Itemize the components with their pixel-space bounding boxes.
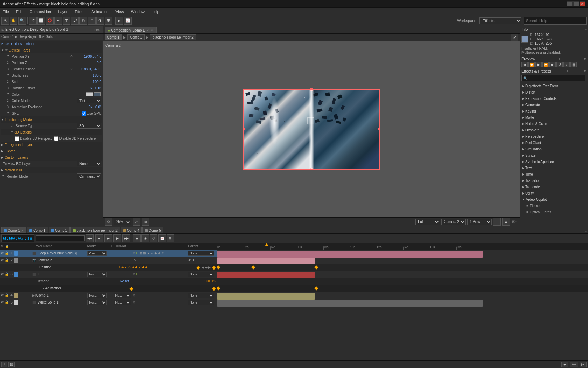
effect-cat-obsolete[interactable]: ▶ Obsolete [521,127,587,133]
tl-layer-controls[interactable]: ⊞ [167,234,174,242]
stopwatch-cm-icon[interactable]: ⏱ [6,99,9,102]
menu-file[interactable]: File [1,9,10,14]
effect-cat-noise[interactable]: ▶ Noise & Grain [521,121,587,127]
comp-tab-menu[interactable]: ▼ [150,29,154,32]
toolbar-graph[interactable]: 📈 [124,17,132,25]
timeline-tab-comp4[interactable]: Comp 4 [121,227,142,233]
effect-cat-redgiant[interactable]: ▶ Red Giant [521,139,587,146]
param-ae-value[interactable]: 0x +0.0° [74,105,102,109]
layer-row-5[interactable]: 👁 🔒 5 ⬛ [White Solid 1] Nor... Normal [0,299,217,306]
menu-view[interactable]: View [114,9,125,14]
menu-composition[interactable]: Composition [28,9,52,14]
toolbar-roto[interactable]: ◑ [96,17,104,25]
timeline-menu-icon[interactable]: ≡ [585,230,587,233]
toolbar-puppet[interactable]: ⚉ [105,17,112,25]
menu-window[interactable]: Window [130,9,146,14]
flicker-section[interactable]: ▶ Flicker [1,148,102,154]
handle-right[interactable] [378,128,380,130]
tl-prev-frame[interactable]: ◀ [95,234,103,242]
optical-flares-header[interactable]: Reset Options... About... [1,41,102,47]
layer-1-parent-select[interactable]: None [188,251,214,256]
preview-menu-icon[interactable]: ≡ [559,57,560,61]
toolbar-pen[interactable]: ✒ [54,17,62,25]
param-value[interactable]: 1936.0, 4.0 [74,55,102,59]
kf-nav[interactable]: ◀ ◆ ▶ [202,266,211,269]
kf-anim-2[interactable] [314,286,318,290]
layer-row-1[interactable]: 👁 🔒 1 ⬛ [Deep Royal Blue Solid 3] Ove...… [0,250,217,257]
time-range-zoom[interactable]: ⟺ [570,362,578,367]
zoom-select[interactable]: 25% 50% 100% [114,219,131,225]
effects-menu-icon[interactable]: ≡ [566,69,568,73]
ec-about-btn[interactable]: About... [26,42,37,46]
preview-close-icon[interactable]: ✕ [584,57,587,61]
timeline-tab-comp1-2[interactable]: Comp 1 [27,227,48,233]
view-layout-select[interactable]: 1 View 2 Views 4 Views [467,219,492,225]
preview-last-frame[interactable]: ⏭ [550,62,556,67]
toolbar-hand[interactable]: ✋ [10,17,18,25]
layer-row-4[interactable]: 👁 🔒 4 ▶ [Comp 1] Nor... Normal [0,292,217,299]
layer-1-lock[interactable]: 🔒 [5,251,9,255]
effect-cat-generate[interactable]: ▶ Generate [521,102,587,108]
timeline-tab-comp1-1[interactable]: Comp 1 ✕ [1,227,26,233]
tl-graph-editor[interactable]: 📈 [158,234,166,242]
layer-switches-btn[interactable]: ⊞ [8,362,15,367]
disable-3d-checkbox2[interactable] [54,136,58,141]
layer-3-mode[interactable]: Nor... Normal [88,272,107,277]
effect-cat-expression[interactable]: ▶ Expression Controls [521,95,587,102]
layer-2-eye[interactable]: 👁 [1,258,4,262]
toolbar-rect[interactable]: ⬜ [37,17,45,25]
layer-1-eye[interactable]: 👁 [1,251,4,255]
custom-layers-section[interactable]: ▶ Custom Layers [1,154,102,161]
effect-sub-element[interactable]: ■ Element [521,203,587,209]
menu-edit[interactable]: Edit [15,9,24,14]
preview-audio[interactable]: ♪ [564,62,570,67]
layer-5-eye[interactable]: 👁 [1,300,4,304]
kf-pos-3[interactable] [314,265,318,269]
effect-cat-text[interactable]: ▶ Text [521,165,587,171]
tl-solo-mode[interactable]: ◈ [133,234,141,242]
close-button[interactable]: ✕ [580,1,585,6]
stopwatch-r-icon[interactable]: ⏱ [6,86,9,90]
toolbar-text[interactable]: T [63,17,70,25]
kf-pos-2[interactable] [251,265,255,269]
render-mode-select[interactable]: On Transparent On Black [77,173,102,179]
comp-expand-btn[interactable]: ⤢ [511,34,518,41]
effect-cat-simulation[interactable]: ▶ Simulation [521,146,587,152]
maximize-button[interactable]: □ [573,1,579,6]
effects-close-icon[interactable]: ✕ [584,69,587,73]
kf-pos-1[interactable] [217,265,220,269]
effect-cat-transition[interactable]: ▶ Transition [521,177,587,184]
add-layer-btn[interactable]: + [1,362,7,367]
position-value[interactable]: 984.7, 364.4, -24.4 [118,265,147,269]
use-gpu-checkbox[interactable] [82,111,86,116]
timecode-display[interactable]: 0:00:03:18 [1,234,34,242]
menu-help[interactable]: Help [150,9,161,14]
tl-next-keyframe[interactable]: ▶▶ [122,234,130,242]
stopwatch-rm-icon[interactable]: ⏱ [1,175,5,178]
stopwatch-cp-icon[interactable]: ⏱ [6,67,9,71]
comp-grid-btn[interactable]: ⊞ [142,218,149,226]
comp-tab-close[interactable]: ✕ [146,29,149,32]
param-z-value[interactable]: 0.0 [74,61,102,65]
param-cp-value[interactable]: 1188.0, 540.0 [74,67,102,71]
foreground-layers-section[interactable]: ▶ Foreground Layers [1,142,102,148]
tl-3d-mode[interactable]: ⬡ [150,234,158,242]
preview-prev-frame[interactable]: ⏪ [528,62,535,67]
menu-animation[interactable]: Animation [90,9,110,14]
comp-render-btn[interactable]: ◉ [502,218,510,226]
layer-3-eye[interactable]: 👁 [1,272,4,276]
effect-cat-matte[interactable]: ▶ Matte [521,114,587,121]
toolbar-ellipse[interactable]: ⭕ [46,17,54,25]
layer-5-mode[interactable]: Nor... Normal [88,300,107,305]
toolbar-rotate[interactable]: ↺ [29,17,37,25]
stopwatch-s-icon[interactable]: ⏱ [6,80,9,83]
preview-next-frame[interactable]: ⏩ [542,62,549,67]
effect-cat-keying[interactable]: ▶ Keying [521,108,587,114]
param-s-value[interactable]: 100.0 [74,80,102,84]
tl-prev-keyframe[interactable]: ◀◀ [86,234,94,242]
kf-diamond-1[interactable]: ◆ [196,265,200,270]
layer-4-eye[interactable]: 👁 [1,293,4,297]
effect-cat-distort[interactable]: ▶ Distort [521,89,587,95]
comp-breadcrumb-2[interactable]: Comp 1 [127,34,145,40]
quality-select[interactable]: Full Half [415,219,440,225]
